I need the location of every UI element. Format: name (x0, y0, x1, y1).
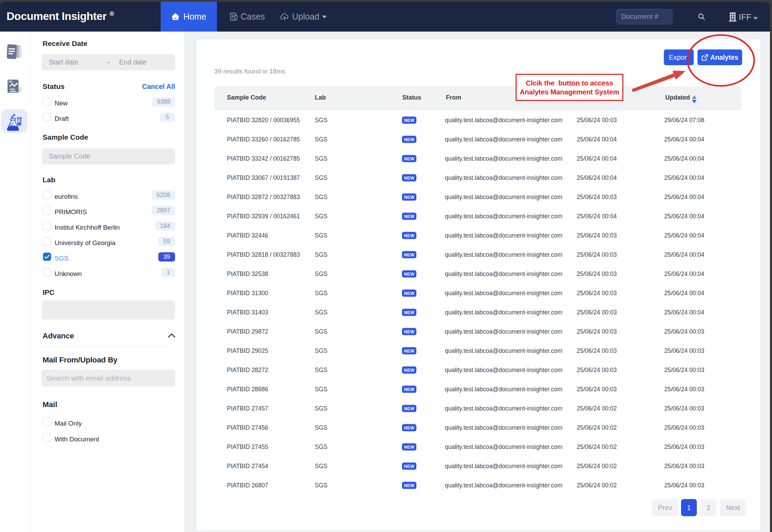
svg-text:MS: MS (9, 80, 12, 83)
